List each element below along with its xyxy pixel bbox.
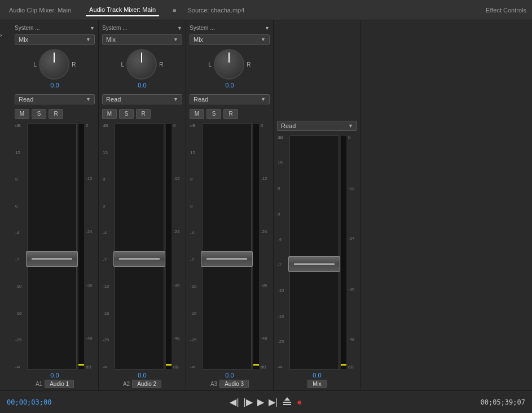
- read-dropdown[interactable]: Read ▼: [277, 121, 357, 131]
- solo-button[interactable]: S: [119, 109, 134, 119]
- mute-button[interactable]: M: [102, 109, 117, 119]
- mix-dropdown-arrow: ▼: [261, 37, 266, 42]
- channel-name-button[interactable]: Audio 3: [219, 380, 249, 388]
- collapse-arrow[interactable]: ›: [0, 20, 11, 390]
- channel-name-button[interactable]: Mix: [307, 380, 327, 388]
- fader-track[interactable]: [115, 124, 164, 370]
- knob-value: 0.0: [138, 82, 146, 89]
- db-scale-left: dB 15 8 0 -4 -7 -10 -16 -25 -∞: [277, 135, 288, 370]
- transport-controls: ◀| |▶ ▶ ▶| ●: [63, 396, 469, 408]
- time-end: 00;05;39;07: [474, 398, 525, 406]
- knob-area: L R 0.0: [15, 49, 95, 89]
- r-label: R: [72, 61, 76, 68]
- record-arm-button[interactable]: R: [223, 109, 238, 119]
- mix-dropdown-arrow: ▼: [173, 37, 178, 42]
- level-meter: [340, 135, 347, 370]
- transport-bar: 00;00;03;00 ◀| |▶ ▶ ▶| ● 00;05;39;07: [0, 390, 532, 413]
- system-dropdown-arrow[interactable]: ▼: [90, 25, 95, 31]
- level-meter: [78, 124, 85, 370]
- record-arm-button[interactable]: R: [49, 109, 63, 119]
- channel-bottom: 0.0 A1 Audio 1: [15, 372, 95, 388]
- channel-bottom: 0.0 A3 Audio 3: [190, 372, 270, 388]
- mix-dropdown-arrow: ▼: [86, 37, 91, 42]
- mix-dropdown[interactable]: Mix ▼: [190, 34, 270, 45]
- level-meter: [165, 124, 172, 370]
- msr-row: M S R: [190, 109, 270, 119]
- read-label: Read: [194, 96, 261, 103]
- fader-section: dB 15 8 0 -4 -7 -10 -16 -25 -∞: [15, 124, 95, 370]
- go-to-end-button[interactable]: |▶: [244, 397, 253, 407]
- mix-dropdown[interactable]: Mix ▼: [102, 34, 182, 45]
- fader-section: dB 15 8 0 -4 -7 -10 -16 -25 -∞: [102, 124, 182, 370]
- read-dropdown[interactable]: Read ▼: [15, 94, 95, 104]
- time-start: 00;00;03;00: [7, 398, 58, 406]
- svg-rect-2: [283, 404, 291, 405]
- channels-container: System ... ▼ Mix ▼ L R 0.0 Read ▼: [11, 20, 532, 390]
- mix-label: Mix: [194, 36, 261, 43]
- tab-source[interactable]: Source: chacha.mp4: [187, 7, 244, 14]
- system-row: System ... ▼: [190, 25, 270, 31]
- fader-handle[interactable]: [201, 251, 253, 267]
- channel-bottom: 0.0 A2 Audio 2: [102, 372, 182, 388]
- solo-button[interactable]: S: [32, 109, 46, 119]
- fader-handle-line: [206, 258, 247, 260]
- record-arm-button[interactable]: R: [136, 109, 151, 119]
- read-label: Read: [106, 96, 173, 103]
- go-to-start-button[interactable]: ◀|: [230, 397, 239, 407]
- tab-effect-controls[interactable]: Effect Controls: [486, 7, 526, 14]
- system-dropdown-arrow[interactable]: ▼: [265, 25, 270, 31]
- channel-name-button[interactable]: Audio 2: [132, 380, 161, 388]
- channel-bottom: 0.0 Mix: [277, 372, 357, 388]
- channel-name-button[interactable]: Audio 1: [45, 380, 74, 388]
- mute-button[interactable]: M: [15, 109, 29, 119]
- svg-rect-0: [283, 402, 291, 403]
- fader-handle[interactable]: [113, 251, 165, 267]
- mute-button[interactable]: M: [190, 109, 204, 119]
- menu-icon[interactable]: ≡: [173, 7, 176, 14]
- play-button[interactable]: ▶: [257, 397, 264, 407]
- channel-id: A3 Audio 3: [210, 380, 249, 388]
- fader-track[interactable]: [289, 135, 339, 370]
- level-peak: [166, 364, 172, 366]
- l-label: L: [121, 61, 125, 68]
- channel-id: A2 Audio 2: [123, 380, 161, 388]
- fader-value: 0.0: [138, 372, 146, 379]
- tab-track-mixer[interactable]: Audio Track Mixer: Main: [86, 4, 159, 16]
- channel-id-label: A3: [210, 381, 217, 387]
- fader-track[interactable]: [202, 124, 252, 370]
- step-forward-button[interactable]: ▶|: [269, 397, 278, 407]
- db-scale-right: 0 -12 -24 -36 -48 dB: [86, 124, 95, 370]
- record-button[interactable]: ●: [297, 397, 302, 407]
- l-label: L: [34, 61, 37, 68]
- read-label: Read: [19, 96, 86, 103]
- svg-marker-1: [284, 397, 290, 401]
- knob-indicator: [228, 52, 230, 63]
- knob-container: L R: [121, 49, 164, 80]
- export-button[interactable]: [282, 396, 292, 408]
- fader-section: dB 15 8 0 -4 -7 -10 -16 -25 -∞: [277, 135, 357, 370]
- channel-strip-A1: System ... ▼ Mix ▼ L R 0.0 Read ▼: [11, 20, 99, 390]
- solo-button[interactable]: S: [206, 109, 221, 119]
- knob-container: L R: [209, 49, 251, 80]
- knob-area: L R 0.0: [102, 49, 182, 89]
- fader-value: 0.0: [313, 372, 321, 379]
- level-peak: [78, 364, 84, 366]
- read-dropdown[interactable]: Read ▼: [102, 94, 182, 104]
- fader-value: 0.0: [225, 372, 234, 379]
- db-scale-left: dB 15 8 0 -4 -7 -10 -16 -25 -∞: [15, 124, 26, 370]
- fader-track[interactable]: [27, 124, 77, 370]
- knob-area: L R 0.0: [190, 49, 270, 89]
- db-scale-left: dB 15 8 0 -4 -7 -10 -16 -25 -∞: [102, 124, 113, 370]
- system-dropdown-arrow[interactable]: ▼: [177, 25, 182, 31]
- header: Audio Clip Mixer: Main Audio Track Mixer…: [0, 0, 532, 20]
- fader-handle[interactable]: [288, 256, 340, 272]
- pan-knob[interactable]: [214, 49, 244, 80]
- read-dropdown[interactable]: Read ▼: [190, 94, 270, 104]
- pan-knob[interactable]: [126, 49, 157, 80]
- pan-knob[interactable]: [39, 49, 69, 80]
- mix-dropdown[interactable]: Mix ▼: [15, 34, 95, 45]
- system-label: System ...: [102, 25, 175, 31]
- fader-handle[interactable]: [26, 251, 78, 267]
- tab-clip-mixer[interactable]: Audio Clip Mixer: Main: [6, 5, 74, 16]
- channel-strip-A3: System ... ▼ Mix ▼ L R 0.0 Read ▼: [186, 20, 274, 390]
